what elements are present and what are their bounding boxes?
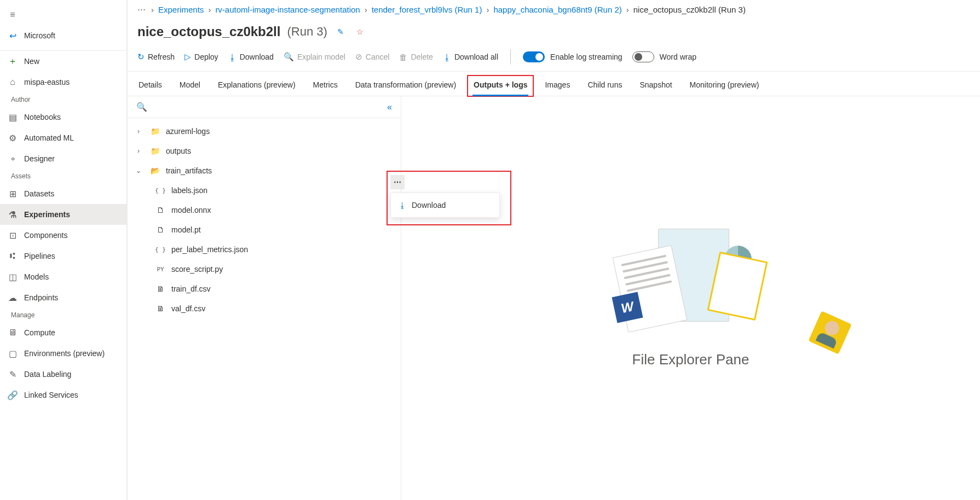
sidebar-item-experiments[interactable]: ⚗Experiments [0, 204, 126, 225]
tab-model[interactable]: Model [178, 77, 201, 96]
tree-search-bar: 🔍 « [128, 96, 401, 118]
preview-pane-title: File Explorer Pane [632, 351, 750, 368]
page-title-row: nice_octopus_cz0kb2ll (Run 3) ✎ ☆ [128, 19, 980, 43]
workspace-link[interactable]: ⌂ mispa-eastus [0, 72, 126, 92]
sidebar-item-automl[interactable]: ⚙Automated ML [0, 127, 126, 148]
file-icon: 🗋 [155, 225, 166, 234]
sidebar-item-pipelines[interactable]: ⑆Pipelines [0, 246, 126, 266]
sidebar-item-endpoints[interactable]: ☁Endpoints [0, 287, 126, 308]
csv-icon: 🗎 [155, 304, 166, 313]
new-label: New [24, 57, 39, 66]
tab-child-runs[interactable]: Child runs [586, 77, 623, 96]
back-icon: ↩ [8, 31, 18, 40]
tab-monitoring[interactable]: Monitoring (preview) [689, 77, 760, 96]
deploy-button[interactable]: ▷Deploy [185, 52, 218, 62]
context-menu-download[interactable]: ⭳ Download [391, 193, 499, 217]
explain-model-button: 🔍Explain model [284, 52, 345, 62]
file-per-label-metrics[interactable]: { }per_label_metrics.json [128, 240, 401, 259]
chevron-right-icon: › [208, 5, 211, 14]
log-streaming-toggle[interactable] [523, 51, 545, 62]
tab-outputs-logs[interactable]: Outputs + logs [472, 77, 528, 96]
delete-button: 🗑Delete [399, 53, 433, 62]
file-explorer-illustration: W [614, 229, 768, 338]
tab-data-transform[interactable]: Data transformation (preview) [354, 77, 457, 96]
folder-open-icon: 📂 [149, 166, 160, 175]
sidebar-item-linked[interactable]: 🔗Linked Services [0, 385, 126, 405]
file-train-df[interactable]: 🗎train_df.csv [128, 279, 401, 299]
folder-icon: 📁 [149, 147, 160, 155]
file-labels-json[interactable]: { }labels.json [128, 181, 401, 200]
new-button[interactable]: ＋ New [0, 51, 126, 72]
log-streaming-toggle-wrap: Enable log streaming [523, 51, 622, 62]
csv-icon: 🗎 [155, 284, 166, 293]
folder-outputs[interactable]: › 📁 outputs [128, 141, 401, 161]
content-area: 🔍 « › 📁 azureml-logs › 📁 outputs ⌄ 📂 tr [128, 96, 980, 500]
sidebar-item-environments[interactable]: ▢Environments (preview) [0, 343, 126, 364]
download-icon: ⭳ [399, 201, 406, 210]
sidebar-item-designer[interactable]: ⚬Designer [0, 148, 126, 169]
breadcrumb-current: nice_octopus_cz0kb2ll (Run 3) [633, 5, 746, 14]
breadcrumb-run2[interactable]: happy_chaconia_bgn68nt9 (Run 2) [493, 5, 621, 14]
sidebar-item-datasets[interactable]: ⊞Datasets [0, 183, 126, 204]
edit-title-button[interactable]: ✎ [334, 25, 347, 38]
sidebar-item-notebooks[interactable]: ▤Notebooks [0, 107, 126, 127]
datasets-icon: ⊞ [8, 189, 18, 199]
sidebar-item-compute[interactable]: 🖥Compute [0, 322, 126, 343]
download-all-button[interactable]: ⭳Download all [443, 53, 498, 62]
hamburger-icon: ≡ [8, 10, 18, 20]
breadcrumb: ⋯ › Experiments › rv-automl-image-instan… [128, 0, 980, 19]
tab-snapshot[interactable]: Snapshot [638, 77, 673, 96]
file-tree-pane: 🔍 « › 📁 azureml-logs › 📁 outputs ⌄ 📂 tr [128, 96, 401, 500]
pencil-icon: ✎ [337, 27, 344, 36]
section-manage: Manage [0, 308, 126, 322]
file-preview-pane: ⋯ ⭳ Download W File Explorer Pane [401, 96, 980, 500]
chevron-right-icon: › [133, 127, 144, 135]
json-icon: { } [155, 246, 166, 253]
sidebar-item-components[interactable]: ⊡Components [0, 225, 126, 246]
search-icon[interactable]: 🔍 [136, 102, 147, 112]
play-icon: ▷ [185, 52, 191, 62]
breadcrumb-experiment-name[interactable]: rv-automl-image-instance-segmentation [215, 5, 360, 14]
folder-train-artifacts[interactable]: ⌄ 📂 train_artifacts [128, 161, 401, 181]
file-score-script[interactable]: PYscore_script.py [128, 259, 401, 279]
sidebar-item-models[interactable]: ◫Models [0, 266, 126, 287]
word-wrap-toggle[interactable] [632, 51, 654, 62]
run-number: (Run 3) [287, 25, 327, 39]
trash-icon: 🗑 [399, 53, 407, 62]
hamburger-menu[interactable]: ≡ [0, 4, 126, 25]
search-icon: 🔍 [284, 52, 294, 62]
home-icon: ⌂ [8, 77, 18, 87]
breadcrumb-more[interactable]: ⋯ [137, 4, 147, 14]
components-icon: ⊡ [8, 230, 18, 240]
tab-explanations[interactable]: Explanations (preview) [217, 77, 297, 96]
tab-images[interactable]: Images [544, 77, 571, 96]
chevron-right-icon: › [626, 5, 629, 14]
download-button[interactable]: ⭳Download [228, 53, 274, 62]
file-model-pt[interactable]: 🗋model.pt [128, 220, 401, 240]
tab-metrics[interactable]: Metrics [312, 77, 339, 96]
sidebar: ≡ ↩ Microsoft ＋ New ⌂ mispa-eastus Autho… [0, 0, 127, 500]
file-more-button[interactable]: ⋯ [390, 175, 405, 189]
toolbar: ↻Refresh ▷Deploy ⭳Download 🔍Explain mode… [128, 43, 980, 72]
automl-icon: ⚙ [8, 133, 18, 143]
python-icon: PY [155, 266, 166, 273]
cancel-icon: ⊘ [355, 52, 362, 62]
breadcrumb-run1[interactable]: tender_forest_vrbl9lvs (Run 1) [372, 5, 482, 14]
favorite-button[interactable]: ☆ [354, 25, 367, 38]
file-val-df[interactable]: 🗎val_df.csv [128, 299, 401, 318]
word-wrap-label: Word wrap [660, 53, 696, 61]
refresh-button[interactable]: ↻Refresh [137, 52, 175, 62]
sidebar-item-datalabeling[interactable]: ✎Data Labeling [0, 364, 126, 385]
tab-details[interactable]: Details [137, 77, 163, 96]
chevron-right-icon: › [486, 5, 489, 14]
back-microsoft[interactable]: ↩ Microsoft [0, 25, 126, 46]
section-assets: Assets [0, 169, 126, 183]
collapse-pane-icon[interactable]: « [387, 102, 392, 112]
folder-azureml-logs[interactable]: › 📁 azureml-logs [128, 121, 401, 141]
file-model-onnx[interactable]: 🗋model.onnx [128, 200, 401, 220]
chevron-right-icon: › [151, 5, 154, 14]
endpoints-icon: ☁ [8, 293, 18, 303]
notebook-icon: ▤ [8, 112, 18, 122]
folder-icon: 📁 [149, 127, 160, 136]
breadcrumb-experiments[interactable]: Experiments [158, 5, 204, 14]
